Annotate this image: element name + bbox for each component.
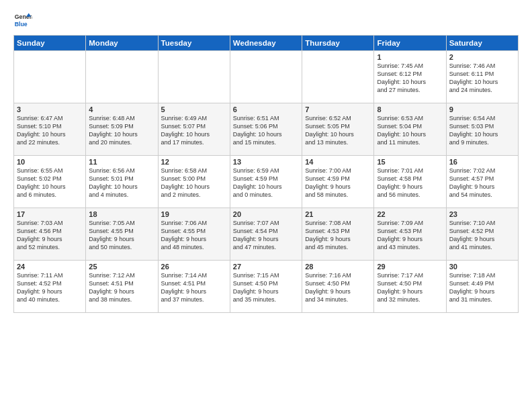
- cell-3-6: 23Sunrise: 7:10 AM Sunset: 4:52 PM Dayli…: [446, 208, 518, 261]
- cell-info: Sunrise: 7:15 AM Sunset: 4:50 PM Dayligh…: [233, 271, 299, 304]
- cell-4-2: 26Sunrise: 7:14 AM Sunset: 4:51 PM Dayli…: [158, 261, 230, 313]
- cell-info: Sunrise: 7:06 AM Sunset: 4:55 PM Dayligh…: [161, 219, 227, 252]
- cell-0-3: [230, 51, 302, 103]
- calendar-table: SundayMondayTuesdayWednesdayThursdayFrid…: [13, 35, 519, 313]
- day-number: 6: [233, 105, 299, 113]
- cell-0-2: [158, 51, 230, 103]
- cell-4-6: 30Sunrise: 7:18 AM Sunset: 4:49 PM Dayli…: [446, 261, 518, 313]
- cell-0-1: [86, 51, 158, 103]
- day-number: 30: [449, 263, 515, 271]
- cell-info: Sunrise: 6:54 AM Sunset: 5:03 PM Dayligh…: [449, 114, 515, 147]
- cell-info: Sunrise: 6:56 AM Sunset: 5:01 PM Dayligh…: [89, 167, 154, 199]
- week-row-0: 1Sunrise: 7:45 AM Sunset: 6:12 PM Daylig…: [14, 51, 519, 103]
- header: General Blue: [13, 11, 519, 30]
- day-number: 28: [305, 263, 371, 271]
- cell-info: Sunrise: 6:55 AM Sunset: 5:02 PM Dayligh…: [17, 167, 83, 199]
- day-number: 7: [305, 105, 371, 113]
- day-number: 2: [449, 53, 515, 61]
- cell-2-4: 14Sunrise: 7:00 AM Sunset: 4:59 PM Dayli…: [302, 156, 374, 208]
- day-number: 16: [449, 158, 515, 166]
- day-number: 15: [377, 158, 443, 166]
- day-number: 8: [377, 105, 443, 113]
- cell-3-3: 20Sunrise: 7:07 AM Sunset: 4:54 PM Dayli…: [230, 208, 302, 261]
- day-number: 12: [161, 158, 227, 166]
- day-number: 18: [89, 210, 154, 218]
- day-number: 26: [161, 263, 227, 271]
- cell-info: Sunrise: 7:01 AM Sunset: 4:58 PM Dayligh…: [377, 167, 443, 199]
- day-number: 21: [305, 210, 371, 218]
- header-row: SundayMondayTuesdayWednesdayThursdayFrid…: [14, 36, 519, 51]
- cell-info: Sunrise: 7:17 AM Sunset: 4:50 PM Dayligh…: [377, 271, 443, 304]
- cell-2-0: 10Sunrise: 6:55 AM Sunset: 5:02 PM Dayli…: [14, 156, 86, 208]
- cell-3-1: 18Sunrise: 7:05 AM Sunset: 4:55 PM Dayli…: [86, 208, 158, 261]
- week-row-2: 10Sunrise: 6:55 AM Sunset: 5:02 PM Dayli…: [14, 156, 519, 208]
- day-number: 25: [89, 263, 154, 271]
- day-number: 9: [449, 105, 515, 113]
- day-number: 27: [233, 263, 299, 271]
- cell-4-5: 29Sunrise: 7:17 AM Sunset: 4:50 PM Dayli…: [374, 261, 446, 313]
- cell-3-0: 17Sunrise: 7:03 AM Sunset: 4:56 PM Dayli…: [14, 208, 86, 261]
- cell-1-4: 7Sunrise: 6:52 AM Sunset: 5:05 PM Daylig…: [302, 103, 374, 156]
- cell-info: Sunrise: 6:49 AM Sunset: 5:07 PM Dayligh…: [161, 114, 227, 147]
- cell-info: Sunrise: 6:47 AM Sunset: 5:10 PM Dayligh…: [17, 114, 83, 147]
- cell-info: Sunrise: 7:09 AM Sunset: 4:53 PM Dayligh…: [377, 219, 443, 252]
- cell-info: Sunrise: 7:16 AM Sunset: 4:50 PM Dayligh…: [305, 271, 371, 304]
- cell-info: Sunrise: 6:58 AM Sunset: 5:00 PM Dayligh…: [161, 167, 227, 199]
- cell-1-6: 9Sunrise: 6:54 AM Sunset: 5:03 PM Daylig…: [446, 103, 518, 156]
- logo-icon: General Blue: [13, 11, 32, 30]
- cell-info: Sunrise: 7:46 AM Sunset: 6:11 PM Dayligh…: [449, 62, 515, 95]
- day-number: 23: [449, 210, 515, 218]
- header-friday: Friday: [374, 36, 446, 51]
- cell-info: Sunrise: 6:51 AM Sunset: 5:06 PM Dayligh…: [233, 114, 299, 147]
- cell-1-3: 6Sunrise: 6:51 AM Sunset: 5:06 PM Daylig…: [230, 103, 302, 156]
- cell-4-1: 25Sunrise: 7:12 AM Sunset: 4:51 PM Dayli…: [86, 261, 158, 313]
- day-number: 5: [161, 105, 227, 113]
- week-row-3: 17Sunrise: 7:03 AM Sunset: 4:56 PM Dayli…: [14, 208, 519, 261]
- cell-0-4: [302, 51, 374, 103]
- cell-3-4: 21Sunrise: 7:08 AM Sunset: 4:53 PM Dayli…: [302, 208, 374, 261]
- week-row-1: 3Sunrise: 6:47 AM Sunset: 5:10 PM Daylig…: [14, 103, 519, 156]
- header-tuesday: Tuesday: [158, 36, 230, 51]
- day-number: 20: [233, 210, 299, 218]
- cell-info: Sunrise: 6:52 AM Sunset: 5:05 PM Dayligh…: [305, 114, 371, 147]
- cell-info: Sunrise: 7:02 AM Sunset: 4:57 PM Dayligh…: [449, 167, 515, 199]
- svg-text:Blue: Blue: [15, 21, 28, 28]
- header-wednesday: Wednesday: [230, 36, 302, 51]
- cell-info: Sunrise: 7:07 AM Sunset: 4:54 PM Dayligh…: [233, 219, 299, 252]
- day-number: 22: [377, 210, 443, 218]
- cell-4-0: 24Sunrise: 7:11 AM Sunset: 4:52 PM Dayli…: [14, 261, 86, 313]
- day-number: 24: [17, 263, 83, 271]
- cell-info: Sunrise: 6:59 AM Sunset: 4:59 PM Dayligh…: [233, 167, 299, 199]
- cell-2-6: 16Sunrise: 7:02 AM Sunset: 4:57 PM Dayli…: [446, 156, 518, 208]
- cell-info: Sunrise: 7:11 AM Sunset: 4:52 PM Dayligh…: [17, 271, 83, 304]
- cell-info: Sunrise: 7:45 AM Sunset: 6:12 PM Dayligh…: [377, 62, 443, 95]
- day-number: 10: [17, 158, 83, 166]
- cell-info: Sunrise: 7:18 AM Sunset: 4:49 PM Dayligh…: [449, 271, 515, 304]
- header-thursday: Thursday: [302, 36, 374, 51]
- logo: General Blue: [13, 11, 32, 30]
- day-number: 3: [17, 105, 83, 113]
- page: General Blue SundayMondayTuesdayWednesda…: [0, 0, 532, 320]
- day-number: 13: [233, 158, 299, 166]
- cell-info: Sunrise: 7:14 AM Sunset: 4:51 PM Dayligh…: [161, 271, 227, 304]
- week-row-4: 24Sunrise: 7:11 AM Sunset: 4:52 PM Dayli…: [14, 261, 519, 313]
- day-number: 1: [377, 53, 443, 61]
- day-number: 11: [89, 158, 154, 166]
- cell-0-6: 2Sunrise: 7:46 AM Sunset: 6:11 PM Daylig…: [446, 51, 518, 103]
- cell-3-5: 22Sunrise: 7:09 AM Sunset: 4:53 PM Dayli…: [374, 208, 446, 261]
- cell-info: Sunrise: 7:03 AM Sunset: 4:56 PM Dayligh…: [17, 219, 83, 252]
- cell-2-3: 13Sunrise: 6:59 AM Sunset: 4:59 PM Dayli…: [230, 156, 302, 208]
- header-sunday: Sunday: [14, 36, 86, 51]
- cell-1-1: 4Sunrise: 6:48 AM Sunset: 5:09 PM Daylig…: [86, 103, 158, 156]
- cell-1-5: 8Sunrise: 6:53 AM Sunset: 5:04 PM Daylig…: [374, 103, 446, 156]
- cell-1-2: 5Sunrise: 6:49 AM Sunset: 5:07 PM Daylig…: [158, 103, 230, 156]
- header-saturday: Saturday: [446, 36, 518, 51]
- cell-info: Sunrise: 6:53 AM Sunset: 5:04 PM Dayligh…: [377, 114, 443, 147]
- day-number: 29: [377, 263, 443, 271]
- day-number: 4: [89, 105, 154, 113]
- cell-4-4: 28Sunrise: 7:16 AM Sunset: 4:50 PM Dayli…: [302, 261, 374, 313]
- cell-1-0: 3Sunrise: 6:47 AM Sunset: 5:10 PM Daylig…: [14, 103, 86, 156]
- header-monday: Monday: [86, 36, 158, 51]
- cell-0-0: [14, 51, 86, 103]
- cell-4-3: 27Sunrise: 7:15 AM Sunset: 4:50 PM Dayli…: [230, 261, 302, 313]
